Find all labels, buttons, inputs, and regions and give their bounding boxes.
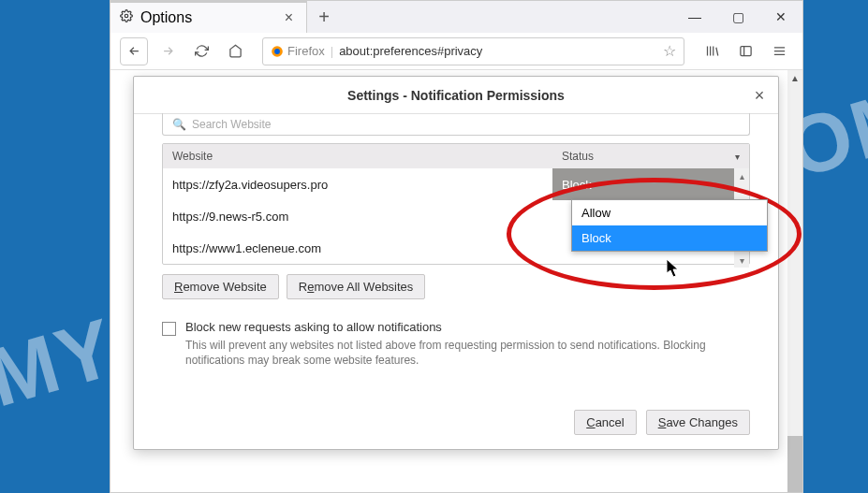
back-button[interactable] <box>120 37 148 65</box>
reload-button[interactable] <box>187 37 215 65</box>
block-new-requests-checkbox[interactable] <box>162 322 176 336</box>
url-bar[interactable]: Firefox | about:preferences#privacy ☆ <box>262 37 684 65</box>
status-value: Block <box>562 178 592 192</box>
notification-permissions-dialog: Settings - Notification Permissions × 🔍 … <box>133 76 779 450</box>
dropdown-option-allow[interactable]: Allow <box>572 200 767 225</box>
nav-toolbar: Firefox | about:preferences#privacy ☆ <box>110 33 802 70</box>
checkbox-label: Block new requests asking to allow notif… <box>185 320 750 334</box>
dialog-header: Settings - Notification Permissions × <box>134 77 778 114</box>
website-action-row: RRemove Websiteemove Website Remove All … <box>162 274 750 299</box>
sort-desc-icon: ▾ <box>735 152 740 162</box>
column-status-label: Status <box>562 150 594 163</box>
status-dropdown-menu: Allow Block <box>571 199 768 252</box>
svg-point-2 <box>274 49 280 54</box>
remove-website-button[interactable]: RRemove Websiteemove Website <box>162 274 279 299</box>
remove-all-websites-button[interactable]: Remove All Websites <box>287 274 426 299</box>
status-dropdown[interactable]: Block ▾ <box>552 168 749 200</box>
column-status[interactable]: Status ▾ <box>552 150 749 163</box>
url-brand-label: Firefox <box>287 44 325 58</box>
tab-strip: Options × <box>110 1 307 33</box>
new-tab-button[interactable]: + <box>307 1 341 33</box>
page-scroll-thumb[interactable] <box>787 436 802 492</box>
home-button[interactable] <box>221 37 249 65</box>
menu-button[interactable] <box>765 37 793 65</box>
search-website-input[interactable]: 🔍 Search Website <box>162 113 750 136</box>
block-new-requests-row: Block new requests asking to allow notif… <box>162 320 750 368</box>
gear-icon <box>120 9 133 26</box>
scroll-down-icon[interactable]: ▾ <box>734 253 749 268</box>
bookmark-star-icon[interactable]: ☆ <box>663 42 676 60</box>
tab-close-button[interactable]: × <box>281 9 297 26</box>
dialog-actions: Cancel Save Changes <box>574 410 750 435</box>
table-row[interactable]: https://zfy2a.videosupers.pro Block ▾ <box>163 168 749 200</box>
url-text: about:preferences#privacy <box>339 44 482 58</box>
search-placeholder: Search Website <box>192 118 272 131</box>
library-icon[interactable] <box>698 37 726 65</box>
website-cell: https://www1.ecleneue.com <box>163 241 552 255</box>
scroll-up-icon[interactable]: ▴ <box>734 168 749 183</box>
tab-title: Options <box>140 9 192 26</box>
firefox-badge: Firefox <box>271 44 325 58</box>
tab-options[interactable]: Options × <box>110 1 307 33</box>
svg-rect-3 <box>740 47 750 56</box>
dialog-close-button[interactable]: × <box>746 82 772 109</box>
cancel-button[interactable]: Cancel <box>574 410 636 435</box>
dialog-body: 🔍 Search Website Website Status ▾ https:… <box>134 113 778 448</box>
titlebar: Options × + — ▢ ✕ <box>110 1 802 33</box>
permissions-table: Website Status ▾ https://zfy2a.videosupe… <box>162 143 750 265</box>
table-header: Website Status ▾ <box>163 144 749 168</box>
forward-button <box>154 37 182 65</box>
maximize-button[interactable]: ▢ <box>716 1 759 33</box>
page-scrollbar[interactable] <box>787 70 802 492</box>
website-cell: https://zfy2a.videosupers.pro <box>163 178 552 192</box>
window-controls: — ▢ ✕ <box>673 1 802 33</box>
column-website[interactable]: Website <box>163 150 552 163</box>
checkbox-help-text: This will prevent any websites not liste… <box>185 338 750 368</box>
browser-window: Options × + — ▢ ✕ Firefox | <box>110 0 803 493</box>
dialog-title: Settings - Notification Permissions <box>347 88 565 103</box>
close-window-button[interactable]: ✕ <box>759 1 802 33</box>
svg-point-0 <box>125 14 128 18</box>
website-cell: https://9.news-r5.com <box>163 210 552 224</box>
sidebar-icon[interactable] <box>731 37 759 65</box>
content-area: ▲ Settings - Notification Permissions × … <box>110 70 802 492</box>
save-changes-button[interactable]: Save Changes <box>646 410 750 435</box>
minimize-button[interactable]: — <box>673 1 716 33</box>
page-scroll-up-icon[interactable]: ▲ <box>787 70 802 85</box>
dropdown-option-block[interactable]: Block <box>572 225 767 251</box>
search-icon: 🔍 <box>172 118 186 131</box>
